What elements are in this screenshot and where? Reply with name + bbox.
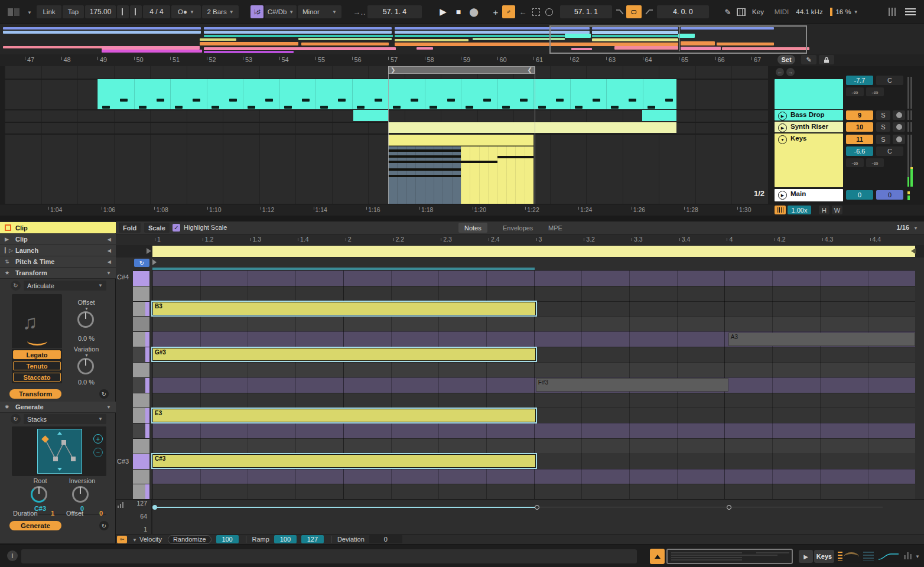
track1-send-b[interactable]: -∞ [866,87,884,96]
track-header-synth-riser[interactable]: ▶ Synth Riser [775,122,843,132]
midi-note-gs3[interactable]: G#3 [152,348,536,361]
midi-map-button[interactable]: MIDI [772,5,792,18]
play-button[interactable]: ▶ [437,5,449,18]
duration-value[interactable]: 1 [51,510,54,517]
nudge-up-icon[interactable] [130,5,142,18]
tab-envelopes[interactable]: Envelopes [497,223,539,233]
midi-note-cs3[interactable]: C#3 [152,454,536,468]
midi-note-fs3[interactable]: F#3 [536,378,728,392]
keys-activator-icon[interactable] [893,135,905,144]
bass-drop-solo-button[interactable]: S [876,110,890,120]
window-pane-icon[interactable] [5,5,22,18]
velocity-lane[interactable]: 127 64 1 [116,499,924,535]
synth-riser-midi-channel[interactable]: 10 [846,122,873,132]
highlight-scale-checkbox[interactable]: ✓ [173,224,180,232]
variation-value[interactable]: 0.0 % [70,379,103,386]
clip-tab[interactable]: Clip [0,222,116,233]
clip-keys-body[interactable] [461,146,533,204]
nudge-down-icon[interactable] [117,5,129,18]
transform-apply-button[interactable]: Transform [9,389,61,399]
track1-volume[interactable]: -7.7 [846,76,873,85]
info-icon[interactable]: i [7,550,18,561]
track1-pan[interactable]: C [876,76,903,85]
cpu-meter[interactable]: 16 %▼ [827,5,861,18]
stop-button[interactable]: ■ [453,5,464,18]
draw-automation-icon[interactable]: ✎ [801,55,816,64]
width-zoom-button[interactable]: W [832,206,842,214]
metronome-button[interactable]: O●▼ [171,5,201,18]
keys-volume[interactable]: -6.6 [846,146,873,156]
tab-notes[interactable]: Notes [458,223,487,233]
mini-arrangement-overview[interactable] [666,549,793,564]
device-thumbnail[interactable] [877,550,900,563]
output-meter-icon[interactable]: ▼ [904,552,920,559]
arrangement-record-button[interactable]: ⬤ [468,5,480,18]
punch-out-icon[interactable] [644,5,655,18]
generate-auto-icon[interactable]: ↻ [11,414,21,424]
menu-icon[interactable] [903,5,918,18]
arrangement-loop-brace[interactable]: ❯❮ [388,66,535,74]
stacks-remove-icon[interactable]: − [93,448,103,457]
overdub-icon[interactable] [502,5,515,18]
loop-end-marker[interactable] [911,248,916,254]
clip-synth-riser[interactable] [388,122,676,133]
midi-note-e3[interactable]: E3 [152,409,536,422]
overview-viewport[interactable] [549,25,807,54]
generate-preset-menu[interactable]: Stacks▼ [24,414,106,424]
stacks-add-icon[interactable]: + [93,434,103,444]
track-header-keys[interactable]: ▼ Keys [775,133,843,187]
keys-midi-channel[interactable]: 11 [846,135,873,144]
track-unfold-icon[interactable]: ▼ [778,135,787,144]
midi-note-a3[interactable]: A3 [728,333,915,346]
computer-midi-keyboard-icon[interactable] [735,5,747,18]
preview-play-icon[interactable]: ▶ [799,550,813,563]
height-zoom-button[interactable]: H [819,206,829,214]
io-meters-icon[interactable] [886,5,898,18]
audition-icon[interactable] [775,206,786,214]
session-record-icon[interactable] [544,5,554,18]
scale-icon[interactable]: ♭♯ [250,5,263,18]
clip-loop-region[interactable] [152,246,915,257]
generate-apply-button[interactable]: Generate [9,521,61,530]
velocity-marker[interactable] [152,505,157,510]
main-volume[interactable]: 0 [846,190,873,200]
track-fold-icon[interactable]: ▶ [778,123,787,132]
mode-staccato[interactable]: Staccato [13,373,61,382]
clip-keys-selected-region[interactable] [388,146,461,204]
draw-mode-icon[interactable]: ✎ [722,5,734,18]
pane-menu-caret[interactable]: ▼ [27,10,32,15]
clip-keys-header[interactable] [388,135,533,146]
track-header-partial[interactable] [775,79,843,109]
show-overview-button[interactable] [650,549,665,564]
fold-button[interactable]: Fold [119,223,141,233]
synth-riser-solo-button[interactable]: S [876,122,890,132]
clip-bass-drop[interactable] [97,79,676,109]
clip-bass-fill-2[interactable] [642,110,676,121]
deviation-value[interactable]: 0 [369,535,402,543]
pane-divider[interactable] [0,216,924,221]
clip-bass-fill-1[interactable] [353,110,388,121]
scale-root-menu[interactable]: C#/Db▼ [265,5,297,18]
bass-drop-activator-icon[interactable] [893,110,905,120]
groove-amount-menu[interactable]: 2 Bars▼ [202,5,239,18]
arrangement-overview[interactable] [0,24,924,55]
clip-loop-bar[interactable] [116,245,924,258]
punch-in-icon[interactable] [614,5,625,18]
link-button[interactable]: Link [37,5,61,18]
loop-start-marker[interactable] [147,248,151,254]
midi-note-b3[interactable]: B3 [152,302,536,315]
tempo-field[interactable]: 175.00 [85,5,116,18]
re-enable-automation-icon[interactable]: ← [518,5,528,18]
section-generate[interactable]: ✸Generate▼ [0,402,116,413]
track-fold-icon[interactable]: ▶ [778,191,787,200]
tap-tempo-button[interactable]: Tap [63,5,84,18]
clip-beat-ruler[interactable]: 11.21.31.422.22.32.433.23.33.444.24.34.4 [116,234,924,245]
transform-refresh-icon[interactable]: ↻ [99,389,109,399]
beat-time-ruler[interactable]: 4748495051525354555657585960616263646566… [0,54,924,66]
lock-envelopes-icon[interactable] [819,55,834,64]
lane-menu-caret[interactable]: ▼ [132,537,137,543]
loop-length-field[interactable]: 4. 0. 0 [657,5,709,18]
section-pitch-time[interactable]: ⇅Pitch & Time◀ [0,256,116,268]
keys-solo-button[interactable]: S [876,135,890,144]
velocity-marker[interactable] [727,505,731,510]
